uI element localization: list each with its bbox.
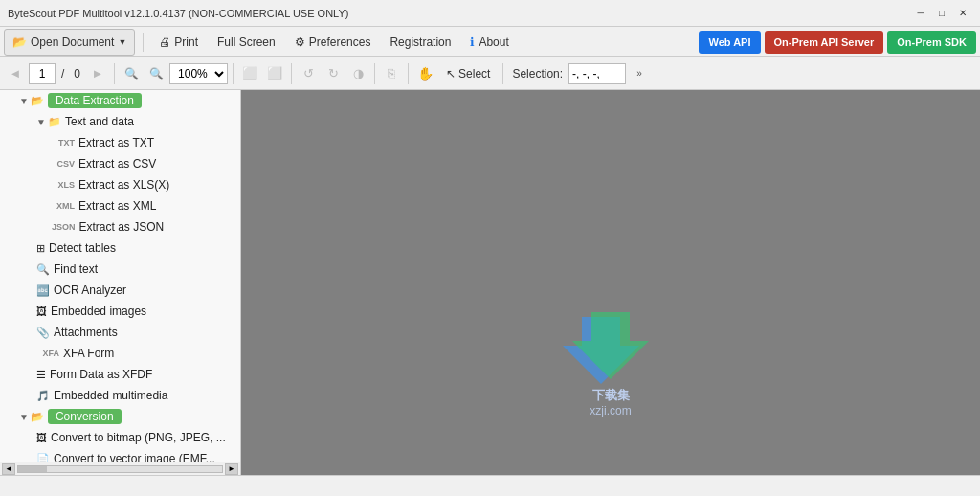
extract-csv-label: Extract as CSV	[78, 157, 156, 170]
conversion-badge: Conversion	[48, 409, 122, 424]
fit-width-button[interactable]: ⬜	[238, 61, 261, 86]
image-icon: 🖼	[36, 305, 47, 317]
toolbar-separator-6	[502, 63, 503, 84]
vector-icon: 📄	[36, 453, 50, 462]
toolbar-separator-1	[114, 63, 115, 84]
rotate-right-button[interactable]: ↻	[322, 61, 345, 86]
detect-tables-label: Detect tables	[49, 241, 116, 255]
tree-node-attachments[interactable]: 📎 Attachments	[0, 322, 240, 343]
more-options-button[interactable]: »	[628, 61, 651, 86]
bitmap-icon: 🖼	[36, 432, 47, 443]
tree-node-xfa-form[interactable]: XFA XFA Form	[0, 343, 240, 364]
scroll-right-button[interactable]: ►	[225, 463, 238, 475]
preferences-label: Preferences	[309, 35, 371, 49]
fit-page-button[interactable]: ⬜	[263, 61, 286, 86]
preferences-button[interactable]: ⚙ Preferences	[287, 29, 379, 56]
page-number-input[interactable]	[29, 63, 56, 84]
nav-back-button[interactable]: ◄	[4, 61, 27, 86]
info-icon: ℹ	[470, 35, 475, 49]
web-api-button[interactable]: Web API	[699, 31, 760, 54]
menu-bar: 📂 Open Document ▼ 🖨 Print Full Screen ⚙ …	[0, 27, 980, 57]
zoom-out-button[interactable]: 🔍	[120, 61, 143, 86]
window-controls: ─ □ ✕	[911, 5, 972, 22]
nav-forward-button[interactable]: ►	[86, 61, 109, 86]
pan-tool-button[interactable]: ✋	[413, 61, 436, 86]
registration-button[interactable]: Registration	[382, 29, 458, 56]
onprem-server-button[interactable]: On-Prem API Server	[765, 31, 884, 54]
toolbar: ◄ / 0 ► 🔍 🔍 100% 75% 125% 150% 200% ⬜ ⬜ …	[0, 57, 980, 90]
open-dropdown-icon: ▼	[118, 37, 126, 47]
xls-tag: XLS	[52, 180, 75, 190]
toolbar-separator-3	[291, 63, 292, 84]
rotate-left-button[interactable]: ↺	[297, 61, 320, 86]
about-button[interactable]: ℹ About	[462, 29, 516, 56]
open-document-label: Open Document	[31, 35, 114, 49]
collapse-icon: ▼	[19, 96, 29, 106]
api-buttons-group: Web API On-Prem API Server On-Prem SDK	[699, 31, 976, 54]
form-data-label: Form Data as XFDF	[50, 368, 152, 381]
attachment-icon: 📎	[36, 327, 50, 339]
folder-open-icon-conversion: 📂	[31, 411, 44, 423]
tree-node-extract-txt[interactable]: TXT Extract as TXT	[0, 132, 240, 153]
extract-json-label: Extract as JSON	[79, 220, 165, 234]
selection-input[interactable]	[568, 63, 626, 84]
tree-node-extract-csv[interactable]: CSV Extract as CSV	[0, 153, 240, 174]
tree-node-convert-vector[interactable]: 📄 Convert to vector image (EMF...	[0, 448, 240, 462]
tree-node-data-extraction[interactable]: ▼ 📂 Data Extraction	[0, 90, 240, 111]
scroll-left-button[interactable]: ◄	[2, 463, 15, 475]
fullscreen-button[interactable]: Full Screen	[210, 29, 283, 56]
scrollbar-thumb[interactable]	[18, 466, 47, 472]
minimize-button[interactable]: ─	[911, 5, 930, 22]
extract-xls-label: Extract as XLS(X)	[78, 178, 169, 192]
tree-node-convert-bitmap[interactable]: 🖼 Convert to bitmap (PNG, JPEG, ...	[0, 427, 240, 448]
tree-node-extract-json[interactable]: JSON Extract as JSON	[0, 216, 240, 237]
left-panel-scrollbar[interactable]: ◄ ►	[0, 462, 240, 475]
pdf-viewer-panel[interactable]: 下载集 xzji.com	[241, 90, 980, 475]
xfa-tag: XFA	[36, 349, 59, 358]
close-button[interactable]: ✕	[953, 5, 972, 22]
status-bar	[0, 475, 980, 496]
copy-button[interactable]: ⎘	[380, 61, 403, 86]
xfa-form-label: XFA Form	[63, 347, 114, 360]
zoom-select[interactable]: 100% 75% 125% 150% 200%	[169, 63, 228, 84]
tree-node-ocr-analyzer[interactable]: 🔤 OCR Analyzer	[0, 280, 240, 301]
collapse-icon-conversion: ▼	[19, 412, 29, 422]
tree-node-embedded-images[interactable]: 🖼 Embedded images	[0, 301, 240, 322]
tree-container[interactable]: ▼ 📂 Data Extraction ▼ 📁 Text and data TX…	[0, 90, 240, 462]
toolbar-separator-2	[233, 63, 234, 84]
about-label: About	[479, 35, 508, 49]
tree-node-conversion[interactable]: ▼ 📂 Conversion	[0, 406, 240, 427]
tree-node-detect-tables[interactable]: ⊞ Detect tables	[0, 237, 240, 259]
onprem-sdk-button[interactable]: On-Prem SDK	[887, 31, 976, 54]
registration-label: Registration	[390, 35, 451, 49]
page-separator: /	[57, 67, 68, 80]
tree-node-embedded-multimedia[interactable]: 🎵 Embedded multimedia	[0, 385, 240, 406]
title-bar: ByteScout PDF Multitool v12.1.0.4137 (NO…	[0, 0, 980, 27]
find-icon: 🔍	[36, 263, 50, 276]
embedded-images-label: Embedded images	[51, 304, 146, 318]
menu-group-left: 📂 Open Document ▼ 🖨 Print Full Screen ⚙ …	[4, 29, 517, 56]
zoom-in-button[interactable]: 🔍	[145, 61, 167, 86]
tree-node-find-text[interactable]: 🔍 Find text	[0, 259, 240, 280]
extract-xml-label: Extract as XML	[78, 199, 156, 213]
tree-node-form-data[interactable]: ☰ Form Data as XFDF	[0, 364, 240, 385]
multimedia-icon: 🎵	[36, 390, 50, 402]
page-total-label: 0	[70, 67, 84, 80]
print-button[interactable]: 🖨 Print	[151, 29, 206, 56]
select-tool-button[interactable]: ↖ Select	[438, 61, 498, 86]
xml-tag: XML	[52, 201, 75, 211]
open-folder-icon: 📂	[12, 35, 27, 49]
cursor-icon: ↖	[446, 67, 456, 80]
folder-open-icon: 📂	[31, 95, 44, 107]
main-content: ▼ 📂 Data Extraction ▼ 📁 Text and data TX…	[0, 90, 980, 475]
maximize-button[interactable]: □	[932, 5, 951, 22]
tree-node-extract-xml[interactable]: XML Extract as XML	[0, 195, 240, 216]
open-document-button[interactable]: 📂 Open Document ▼	[4, 29, 135, 56]
toolbar-separator-5	[408, 63, 409, 84]
folder-icon-text: 📁	[48, 116, 61, 128]
invert-button[interactable]: ◑	[346, 61, 369, 86]
tree-node-text-and-data[interactable]: ▼ 📁 Text and data	[0, 111, 240, 132]
find-text-label: Find text	[54, 262, 98, 276]
select-label: Select	[458, 67, 490, 80]
tree-node-extract-xls[interactable]: XLS Extract as XLS(X)	[0, 174, 240, 195]
